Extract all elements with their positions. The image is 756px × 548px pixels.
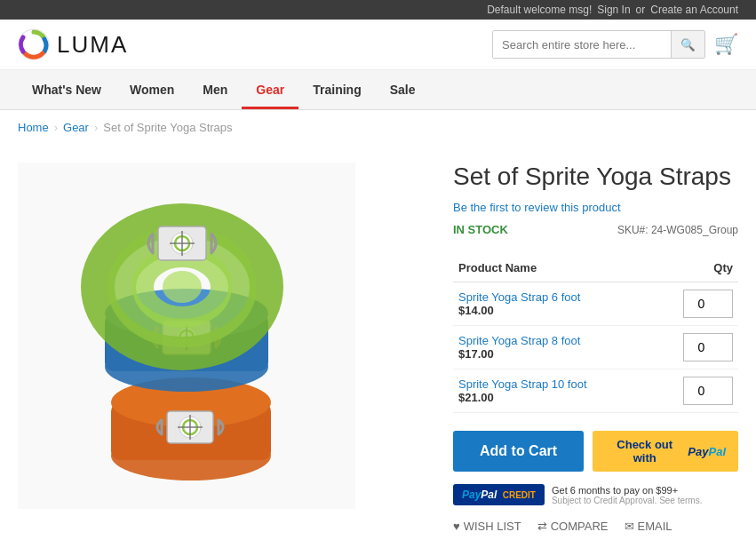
product-row-qty-cell: [667, 326, 738, 369]
product-title: Set of Sprite Yoga Straps: [453, 163, 738, 191]
search-input[interactable]: [493, 31, 671, 58]
email-icon: ✉: [625, 520, 634, 533]
breadcrumb-current: Set of Sprite Yoga Straps: [103, 121, 232, 134]
sku: SKU#: 24-WG085_Group: [617, 224, 738, 236]
email-label: EMAIL: [638, 520, 672, 533]
breadcrumb-gear[interactable]: Gear: [63, 121, 89, 134]
action-row: Add to Cart Check out with PayPal: [453, 431, 738, 472]
product-name-link[interactable]: Sprite Yoga Strap 6 foot: [458, 290, 662, 304]
stock-sku-row: IN STOCK SKU#: 24-WG085_Group: [453, 223, 738, 236]
product-row-name-cell: Sprite Yoga Strap 8 foot $17.00: [453, 326, 667, 369]
qty-input-0[interactable]: [683, 290, 733, 318]
nav-sale[interactable]: Sale: [376, 70, 430, 109]
compare-link[interactable]: ⇄ COMPARE: [537, 520, 609, 533]
product-row-qty-cell: [667, 282, 738, 326]
col-qty: Qty: [667, 254, 738, 282]
or-separator: or: [636, 4, 646, 16]
logo-text: LUMA: [57, 31, 128, 59]
product-name-link[interactable]: Sprite Yoga Strap 10 foot: [458, 377, 662, 391]
breadcrumb-sep-2: ›: [94, 121, 98, 134]
product-name-link[interactable]: Sprite Yoga Strap 8 foot: [458, 334, 662, 347]
breadcrumb-home[interactable]: Home: [18, 121, 49, 134]
stock-status: IN STOCK: [453, 223, 508, 236]
main-nav: What's New Women Men Gear Training Sale: [0, 70, 756, 110]
checkout-label: Check out with: [605, 438, 684, 465]
nav-training[interactable]: Training: [298, 70, 375, 109]
paypal-credit-box: PayPal CREDIT Get 6 months to pay on $99…: [453, 484, 738, 505]
create-account-link[interactable]: Create an Account: [650, 4, 738, 16]
search-box: 🔍: [492, 30, 705, 59]
table-row: Sprite Yoga Strap 8 foot $17.00: [453, 326, 738, 369]
welcome-message: Default welcome msg!: [487, 4, 592, 16]
compare-label: COMPARE: [551, 520, 609, 533]
breadcrumb-sep-1: ›: [54, 121, 58, 134]
wish-list-label: WISH LIST: [464, 520, 521, 533]
product-table: Product Name Qty Sprite Yoga Strap 6 foo…: [453, 254, 738, 413]
wish-list-link[interactable]: ♥ WISH LIST: [453, 520, 521, 533]
header-search: 🔍 🛒: [492, 30, 738, 59]
product-price: $17.00: [458, 347, 494, 361]
heart-icon: ♥: [453, 520, 460, 533]
sku-label: SKU#:: [617, 224, 649, 236]
product-row-name-cell: Sprite Yoga Strap 10 foot $21.00: [453, 369, 667, 413]
product-info: Set of Sprite Yoga Straps Be the first t…: [453, 163, 738, 533]
search-button[interactable]: 🔍: [671, 31, 704, 58]
header: LUMA 🔍 🛒: [0, 20, 756, 70]
product-price: $21.00: [458, 391, 494, 404]
credit-text: CREDIT: [503, 490, 536, 500]
paypal-credit-logo: PayPal CREDIT: [453, 484, 545, 505]
paypal-credit-label: PayPal: [462, 488, 500, 501]
svg-point-25: [163, 271, 202, 303]
product-area: Set of Sprite Yoga Straps Be the first t…: [0, 145, 756, 548]
nav-whats-new[interactable]: What's New: [18, 70, 115, 109]
product-price: $14.00: [458, 304, 494, 317]
compare-icon: ⇄: [537, 520, 547, 533]
qty-input-1[interactable]: [683, 333, 733, 361]
review-link[interactable]: Be the first to review this product: [453, 201, 621, 214]
paypal-credit-sub2: Subject to Credit Approval. See terms.: [552, 496, 703, 505]
nav-women[interactable]: Women: [115, 70, 188, 109]
product-image: [18, 163, 355, 509]
sku-value: 24-WG085_Group: [651, 224, 738, 236]
nav-men[interactable]: Men: [188, 70, 242, 109]
product-row-name-cell: Sprite Yoga Strap 6 foot $14.00: [453, 282, 667, 326]
social-actions: ♥ WISH LIST ⇄ COMPARE ✉ EMAIL: [453, 520, 738, 533]
table-row: Sprite Yoga Strap 10 foot $21.00: [453, 369, 738, 413]
top-bar: Default welcome msg! Sign In or Create a…: [0, 0, 756, 20]
signin-link[interactable]: Sign In: [597, 4, 630, 16]
paypal-checkout-button[interactable]: Check out with PayPal: [593, 431, 738, 472]
logo[interactable]: LUMA: [18, 28, 128, 60]
cart-button[interactable]: 🛒: [714, 33, 738, 56]
paypal-logo: PayPal: [688, 445, 726, 458]
email-link[interactable]: ✉ EMAIL: [625, 520, 672, 533]
paypal-credit-sub: Get 6 months to pay on $99+: [552, 485, 703, 496]
paypal-credit-info: Get 6 months to pay on $99+ Subject to C…: [552, 485, 703, 505]
table-row: Sprite Yoga Strap 6 foot $14.00: [453, 282, 738, 326]
col-product-name: Product Name: [453, 254, 667, 282]
qty-input-2[interactable]: [683, 377, 733, 405]
product-row-qty-cell: [667, 369, 738, 413]
product-image-container: [18, 163, 426, 533]
nav-gear[interactable]: Gear: [242, 70, 298, 109]
breadcrumb: Home › Gear › Set of Sprite Yoga Straps: [0, 110, 756, 145]
logo-icon: [18, 28, 50, 60]
add-to-cart-button[interactable]: Add to Cart: [453, 431, 584, 472]
